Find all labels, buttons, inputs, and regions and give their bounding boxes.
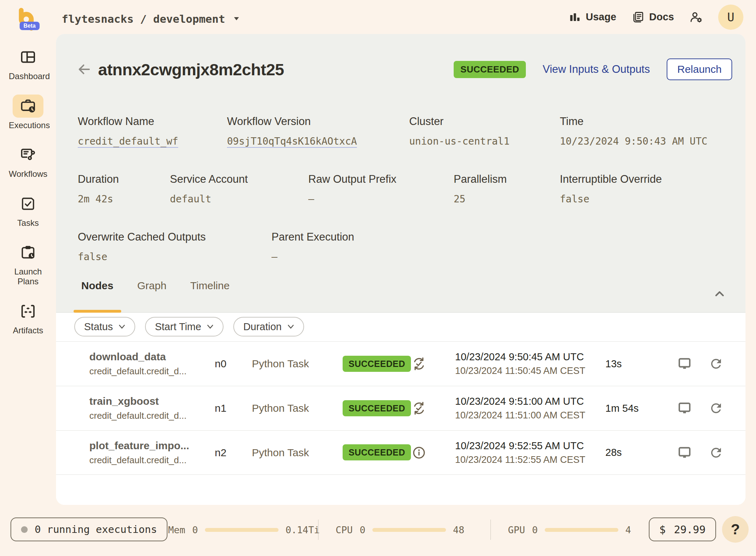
info-icon[interactable]: [411, 445, 427, 460]
currency-symbol: $: [659, 523, 666, 536]
node-id: n2: [215, 447, 252, 459]
table-row[interactable]: download_data credit_default.credit_d...…: [56, 341, 745, 386]
filter-duration[interactable]: Duration: [233, 317, 304, 336]
breadcrumb-label: flytesnacks / development: [62, 13, 225, 25]
sidebar-item-dashboard[interactable]: Dashboard: [0, 46, 56, 81]
help-label: ?: [731, 521, 740, 538]
sidebar-item-label: Artifacts: [13, 326, 43, 335]
sidebar-item-label: Executions: [9, 120, 47, 130]
node-start-time-utc: 10/23/2024 9:51:00 AM UTC: [455, 396, 605, 407]
cpu-label: CPU: [336, 524, 353, 535]
node-task-path: credit_default.credit_d...: [89, 410, 215, 421]
node-task-type: Python Task: [252, 447, 343, 459]
filter-start-time[interactable]: Start Time: [145, 317, 224, 336]
back-arrow-icon: [77, 62, 91, 77]
node-duration: 1m 54s: [605, 403, 676, 414]
workflow-version-link[interactable]: 09sjT10qTq4sK16kAOtxcA: [227, 135, 409, 147]
usage-label: Usage: [586, 11, 616, 23]
memory-label: Mem: [168, 524, 185, 535]
sidebar-item-label: Dashboard: [9, 71, 47, 81]
union-logo[interactable]: Beta: [15, 8, 48, 33]
dashboard-icon: [20, 49, 36, 65]
refresh-icon: [709, 356, 723, 371]
workflow-name-link[interactable]: credit_default_wf: [78, 135, 227, 147]
chevron-down-icon: [287, 324, 294, 329]
chevron-down-icon: [118, 324, 125, 329]
cache-check-icon[interactable]: [411, 356, 427, 371]
meta-time: Time 10/23/2024 9:50:43 AM UTC: [560, 115, 735, 147]
node-filters: Status Start Time Duration: [74, 317, 304, 336]
meter-divider: [490, 520, 491, 540]
memory-capacity: 0.14Ti: [286, 524, 320, 535]
user-gear-icon: [689, 11, 703, 24]
account-settings-button[interactable]: [689, 11, 703, 24]
node-name-link[interactable]: plot_feature_impo...: [89, 440, 215, 452]
bar-chart-icon: [569, 11, 581, 23]
project-domain-selector[interactable]: flytesnacks / development: [62, 13, 240, 25]
sidebar-item-launch-plans[interactable]: Launch Plans: [0, 241, 56, 286]
sidebar-item-tasks[interactable]: Tasks: [0, 192, 56, 228]
table-row[interactable]: plot_feature_impo... credit_default.cred…: [56, 430, 745, 475]
node-start-time-utc: 10/23/2024 9:52:55 AM UTC: [455, 440, 605, 452]
tab-timeline[interactable]: Timeline: [183, 280, 237, 313]
node-status-badge: SUCCEEDED: [343, 444, 411, 460]
workflows-icon: [20, 146, 36, 163]
monitor-icon: [677, 445, 692, 460]
rerun-node-button[interactable]: [708, 400, 724, 416]
view-logs-button[interactable]: [676, 356, 693, 372]
gpu-bar: [545, 528, 618, 532]
meta-raw-output-prefix: Raw Output Prefix –: [308, 173, 454, 205]
node-id: n1: [215, 402, 252, 414]
filter-status[interactable]: Status: [74, 317, 135, 336]
beta-badge: Beta: [20, 22, 40, 30]
rerun-node-button[interactable]: [708, 445, 724, 461]
running-status-dot: [21, 526, 28, 533]
sidebar-item-executions[interactable]: Executions: [0, 95, 56, 130]
view-logs-button[interactable]: [676, 445, 693, 461]
sidebar-item-label: Workflows: [9, 169, 47, 179]
cpu-capacity: 48: [453, 524, 465, 535]
view-inputs-outputs-link[interactable]: View Inputs & Outputs: [543, 63, 650, 76]
node-start-time-local: 10/23/2024 11:50:45 AM CEST: [455, 366, 605, 376]
node-name-link[interactable]: download_data: [89, 351, 215, 363]
avatar[interactable]: U: [718, 5, 743, 30]
cache-check-icon[interactable]: [411, 401, 427, 416]
top-bar: Beta flytesnacks / development Usage Doc…: [0, 0, 756, 34]
meta-workflow-name: Workflow Name credit_default_wf: [78, 115, 227, 147]
cpu-meter: CPU 0 48: [336, 515, 465, 545]
rerun-node-button[interactable]: [708, 356, 724, 372]
tab-graph[interactable]: Graph: [130, 280, 174, 313]
node-duration: 13s: [605, 358, 676, 370]
sidebar-item-workflows[interactable]: Workflows: [0, 143, 56, 179]
sidebar-item-label: Tasks: [17, 218, 39, 228]
gpu-meter: GPU 0 4: [508, 515, 631, 545]
usage-button[interactable]: Usage: [569, 11, 616, 23]
relaunch-button[interactable]: Relaunch: [667, 58, 732, 80]
launch-plans-icon: [20, 244, 36, 261]
meta-parallelism: Parallelism 25: [454, 173, 560, 205]
meta-cluster: Cluster union-us-central1: [409, 115, 560, 147]
node-status-badge: SUCCEEDED: [343, 356, 411, 372]
node-task-path: credit_default.credit_d...: [89, 366, 215, 377]
help-button[interactable]: ?: [722, 516, 749, 543]
cost-button[interactable]: $ 29.99: [649, 517, 716, 541]
meta-service-account: Service Account default: [170, 173, 308, 205]
chevron-up-icon: [713, 287, 727, 301]
view-logs-button[interactable]: [676, 400, 693, 416]
node-start-time-local: 10/23/2024 11:51:00 AM CEST: [455, 410, 605, 421]
back-button[interactable]: [76, 62, 92, 77]
table-row[interactable]: train_xgboost credit_default.credit_d...…: [56, 386, 745, 430]
sidebar-item-artifacts[interactable]: Artifacts: [0, 300, 56, 335]
running-executions-button[interactable]: 0 running executions: [11, 517, 167, 541]
docs-button[interactable]: Docs: [632, 11, 674, 23]
executions-icon: [20, 98, 36, 114]
avatar-initial: U: [727, 10, 734, 24]
execution-summary-section: atnnx2cwgmjx8m2cht25 SUCCEEDED View Inpu…: [56, 34, 745, 313]
sidebar: Dashboard Executions Workflows: [0, 46, 56, 348]
tab-nodes[interactable]: Nodes: [74, 280, 121, 313]
node-duration: 28s: [605, 447, 676, 458]
execution-status-badge: SUCCEEDED: [454, 61, 526, 78]
cpu-used: 0: [360, 524, 365, 535]
node-name-link[interactable]: train_xgboost: [89, 395, 215, 407]
collapse-summary-button[interactable]: [711, 285, 728, 302]
